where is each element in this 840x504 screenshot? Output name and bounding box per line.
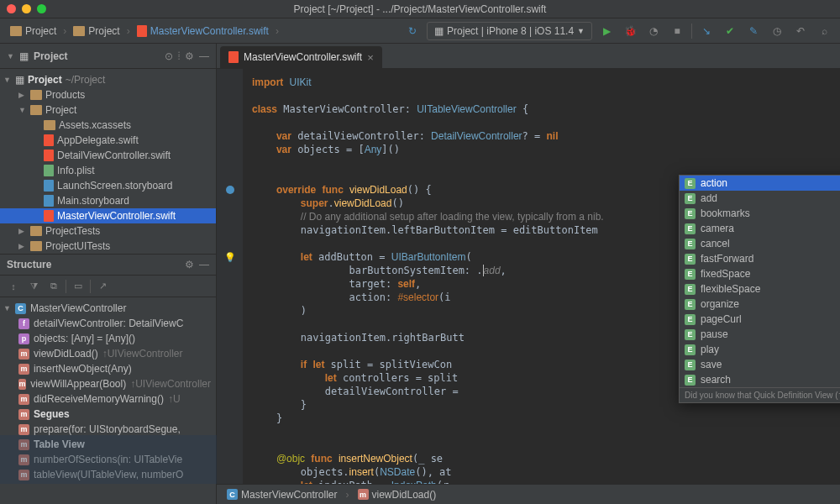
completion-item[interactable]: EpageCurlUIBarButtonSystemItem [680,312,840,327]
sidebar: ▼ ▦ Project ⊙ ⦙ ⚙ — ▼▦ Project ~/Project… [0,44,217,504]
build-button[interactable]: ↘ [697,22,716,40]
search-button[interactable]: ⌕ [815,22,833,40]
tree-root[interactable]: ▼▦ Project ~/Project [0,72,216,87]
completion-item[interactable]: EorganizeUIBarButtonSystemItem [680,297,840,312]
collapse-icon[interactable]: ⊙ [165,50,173,62]
chevron-down-icon[interactable]: ▼ [7,52,14,60]
chevron-right-icon: › [346,489,349,501]
commit-button[interactable]: ✔ [721,22,739,40]
chevron-right-icon: › [63,25,66,37]
tree-item[interactable]: ▼Project [0,102,216,118]
inherited-icon[interactable]: ↗ [94,281,111,291]
divider-icon: ⦙ [178,50,180,62]
structure-item[interactable]: mSegues [0,407,216,422]
code-editor[interactable]: 💡 import UIKit class MasterViewControlle… [217,69,840,484]
stop-button[interactable]: ■ [668,22,686,40]
project-icon: ▦ [15,74,24,86]
project-tree: ▼▦ Project ~/Project ▶Products▼ProjectAs… [0,69,216,254]
breadcrumb-file[interactable]: MasterViewController.swift [134,24,272,39]
completion-popup: EactionUIBarButtonSystemItemEaddUIBarBut… [679,175,840,403]
completion-item[interactable]: EcancelUIBarButtonSystemItem [680,236,840,251]
expand-icon[interactable]: ⧉ [45,281,62,291]
project-panel-header: ▼ ▦ Project ⊙ ⦙ ⚙ — [0,44,216,69]
profile-button[interactable]: ◔ [644,22,663,40]
gutter[interactable]: 💡 [217,69,244,484]
completion-item[interactable]: EaddUIBarButtonSystemItem [680,191,840,206]
fields-icon[interactable]: ▭ [70,281,87,291]
tree-item[interactable]: ▶ProjectUITests [0,239,216,254]
tree-item[interactable]: Main.storyboard [0,193,216,208]
structure-item[interactable]: mviewWillAppear(Bool) ↑UIViewController [0,376,216,391]
chevron-down-icon: ▼ [577,27,585,35]
tab-mastervc[interactable]: MasterViewController.swift × [220,46,382,68]
chevron-right-icon: › [276,25,279,37]
completion-item[interactable]: EactionUIBarButtonSystemItem [680,176,840,191]
sort-icon[interactable]: ↕ [5,281,22,291]
completion-item[interactable]: EfixedSpaceUIBarButtonSystemItem [680,266,840,281]
maximize-window-button[interactable] [37,4,46,13]
tree-item[interactable]: ▶ProjectTests [0,223,216,239]
sync-icon[interactable]: ↻ [403,22,422,40]
structure-item[interactable]: mdidReceiveMemoryWarning() ↑U [0,391,216,407]
bulb-icon[interactable]: 💡 [224,252,236,263]
editor-tabs: MasterViewController.swift × [217,44,840,69]
structure-tree: ▼ C MasterViewController fdetailViewCont… [0,297,216,486]
completion-item[interactable]: EbookmarksUIBarButtonSystemItem [680,206,840,221]
swift-icon [228,51,239,63]
breadcrumb-method[interactable]: mviewDidLoad() [354,487,440,502]
completion-item[interactable]: EsearchUIBarButtonSystemItem [680,372,840,387]
completion-item[interactable]: EpauseUIBarButtonSystemItem [680,327,840,342]
hide-icon[interactable]: — [199,50,209,62]
structure-item[interactable]: pobjects: [Any] = [Any]() [0,331,216,346]
breadcrumb-folder[interactable]: Project [70,24,123,39]
tree-item[interactable]: Assets.xcassets [0,118,216,133]
tree-item[interactable]: ▶Products [0,87,216,102]
completion-item[interactable]: EflexibleSpaceUIBarButtonSystemItem [680,281,840,297]
revert-button[interactable]: ↶ [791,22,810,40]
breadcrumb-root[interactable]: Project [7,24,60,39]
close-icon[interactable]: × [367,51,374,64]
gear-icon[interactable]: ⚙ [185,50,194,62]
editor-breadcrumb: CMasterViewController › mviewDidLoad() [217,484,840,504]
run-configuration-selector[interactable]: ▦ Project | iPhone 8 | iOS 11.4 ▼ [427,22,592,40]
structure-item[interactable]: mnumberOfSections(in: UITableVie [0,452,216,467]
titlebar: Project [~/Project] - .../Project/Master… [0,0,840,18]
structure-toolbar: ↕ ⧩ ⧉ ▭ ↗ [0,276,216,297]
toolbar-right: ↻ ▦ Project | iPhone 8 | iOS 11.4 ▼ ▶ 🐞 … [403,22,833,40]
popup-footer: Did you know that Quick Definition View … [680,387,840,402]
breakpoint-icon[interactable] [226,186,234,194]
minimize-window-button[interactable] [22,4,31,13]
breadcrumb-class[interactable]: CMasterViewController [223,487,341,502]
tree-item[interactable]: DetailViewController.swift [0,148,216,163]
chevron-right-icon: › [127,25,130,37]
completion-item[interactable]: EcameraUIBarButtonSystemItem [680,221,840,236]
structure-item[interactable]: mTable View [0,437,216,452]
completion-item[interactable]: EsaveUIBarButtonSystemItem [680,357,840,372]
breadcrumb: Project › Project › MasterViewController… [7,24,400,39]
tree-item[interactable]: AppDelegate.swift [0,133,216,148]
gear-icon[interactable]: ⚙ [185,259,194,270]
window-title: Project [~/Project] - .../Project/Master… [294,3,547,15]
structure-item[interactable]: mviewDidLoad() ↑UIViewController [0,346,216,361]
structure-item[interactable]: minsertNewObject(Any) [0,361,216,376]
target-icon: ▦ [434,25,444,37]
debug-button[interactable]: 🐞 [621,22,639,40]
hide-icon[interactable]: — [199,259,209,270]
tree-item[interactable]: LaunchScreen.storyboard [0,178,216,193]
tree-item[interactable]: MasterViewController.swift [0,208,216,223]
close-window-button[interactable] [7,4,16,13]
filter-icon[interactable]: ⧩ [25,281,42,291]
project-icon: ▦ [19,50,29,62]
structure-class[interactable]: ▼ C MasterViewController [0,301,216,316]
run-button[interactable]: ▶ [597,22,616,40]
structure-item[interactable]: mprepare(for: UIStoryboardSegue, [0,422,216,437]
window-controls [7,4,46,13]
structure-item[interactable]: fdetailViewController: DetailViewC [0,316,216,331]
history-button[interactable]: ◷ [768,22,786,40]
structure-panel-header: Structure ⚙ — [0,254,216,276]
structure-item[interactable]: mtableView(UITableView, numberO [0,467,216,482]
tree-item[interactable]: Info.plist [0,163,216,178]
completion-item[interactable]: EplayUIBarButtonSystemItem [680,342,840,357]
completion-item[interactable]: EfastForwardUIBarButtonSystemItem [680,251,840,266]
update-button[interactable]: ✎ [744,22,763,40]
